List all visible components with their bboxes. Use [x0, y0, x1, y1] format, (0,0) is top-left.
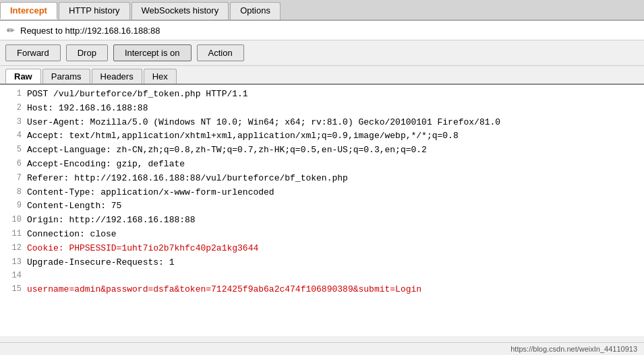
action-button[interactable]: Action [197, 44, 244, 61]
line-number: 3 [5, 116, 22, 130]
sub-tab-hex[interactable]: Hex [144, 69, 177, 84]
table-row: 10Origin: http://192.168.16.188:88 [5, 214, 639, 228]
line-content: Origin: http://192.168.16.188:88 [27, 214, 196, 228]
edit-icon: ✏ [7, 25, 15, 36]
table-row: 5Accept-Language: zh-CN,zh;q=0.8,zh-TW;q… [5, 143, 639, 158]
line-content: Connection: close [27, 228, 117, 242]
line-number: 15 [5, 283, 22, 297]
table-row: 2Host: 192.168.16.188:88 [5, 102, 639, 116]
main-tab-bar: Intercept HTTP history WebSockets histor… [0, 0, 644, 21]
line-content: Cookie: PHPSESSID=1uht7io2b7khfc40p2a1kg… [27, 242, 258, 256]
line-number: 8 [5, 186, 22, 200]
table-row: 15username=admin&password=dsfa&token=712… [5, 283, 639, 297]
line-content: Accept: text/html,application/xhtml+xml,… [27, 129, 459, 143]
line-content: Content-Length: 75 [27, 199, 121, 214]
sub-tab-raw[interactable]: Raw [5, 69, 41, 84]
tab-http-history[interactable]: HTTP history [59, 2, 130, 20]
sub-tab-bar: Raw Params Headers Hex [0, 66, 644, 85]
request-content[interactable]: 1POST /vul/burteforce/bf_token.php HTTP/… [0, 85, 644, 336]
line-content: username=admin&password=dsfa&token=71242… [27, 283, 421, 297]
request-url: Request to http://192.168.16.188:88 [20, 26, 160, 36]
table-row: 12Cookie: PHPSESSID=1uht7io2b7khfc40p2a1… [5, 242, 639, 256]
line-number: 5 [5, 143, 22, 158]
line-content: Host: 192.168.16.188:88 [27, 102, 148, 116]
line-number: 12 [5, 242, 22, 256]
table-row: 6Accept-Encoding: gzip, deflate [5, 158, 639, 172]
table-row: 14 [5, 269, 639, 282]
table-row: 9Content-Length: 75 [5, 199, 639, 214]
line-number: 4 [5, 129, 22, 143]
table-row: 11Connection: close [5, 228, 639, 242]
table-row: 8Content-Type: application/x-www-form-ur… [5, 186, 639, 200]
tab-options[interactable]: Options [230, 2, 281, 20]
line-number: 2 [5, 102, 22, 116]
line-content: POST /vul/burteforce/bf_token.php HTTP/1… [27, 88, 248, 102]
toolbar: Forward Drop Intercept is on Action [0, 40, 644, 66]
table-row: 4Accept: text/html,application/xhtml+xml… [5, 129, 639, 143]
line-number: 9 [5, 199, 22, 214]
line-number: 10 [5, 214, 22, 228]
table-row: 13Upgrade-Insecure-Requests: 1 [5, 256, 639, 270]
table-row: 1POST /vul/burteforce/bf_token.php HTTP/… [5, 88, 639, 102]
tab-intercept[interactable]: Intercept [0, 2, 57, 20]
sub-tab-headers[interactable]: Headers [92, 69, 142, 84]
line-number: 1 [5, 88, 22, 102]
table-row: 3User-Agent: Mozilla/5.0 (Windows NT 10.… [5, 116, 639, 130]
line-content: Content-Type: application/x-www-form-url… [27, 186, 274, 200]
request-bar: ✏ Request to http://192.168.16.188:88 [0, 21, 644, 40]
line-content: User-Agent: Mozilla/5.0 (Windows NT 10.0… [27, 116, 500, 130]
intercept-button[interactable]: Intercept is on [113, 44, 192, 61]
sub-tab-params[interactable]: Params [42, 69, 90, 84]
line-number: 11 [5, 228, 22, 242]
line-number: 6 [5, 158, 22, 172]
table-row: 7Referer: http://192.168.16.188:88/vul/b… [5, 172, 639, 186]
status-text: https://blog.csdn.net/weixIn_44110913 [510, 345, 637, 353]
line-number: 14 [5, 269, 22, 282]
tab-websockets-history[interactable]: WebSockets history [131, 2, 229, 20]
line-number: 7 [5, 172, 22, 186]
drop-button[interactable]: Drop [66, 44, 108, 61]
status-bar: https://blog.csdn.net/weixIn_44110913 [0, 342, 644, 355]
line-content: Upgrade-Insecure-Requests: 1 [27, 256, 174, 270]
line-number: 13 [5, 256, 22, 270]
line-content: Referer: http://192.168.16.188:88/vul/bu… [27, 172, 348, 186]
forward-button[interactable]: Forward [5, 44, 61, 61]
line-content: Accept-Encoding: gzip, deflate [27, 158, 185, 172]
line-content: Accept-Language: zh-CN,zh;q=0.8,zh-TW;q=… [27, 143, 427, 158]
